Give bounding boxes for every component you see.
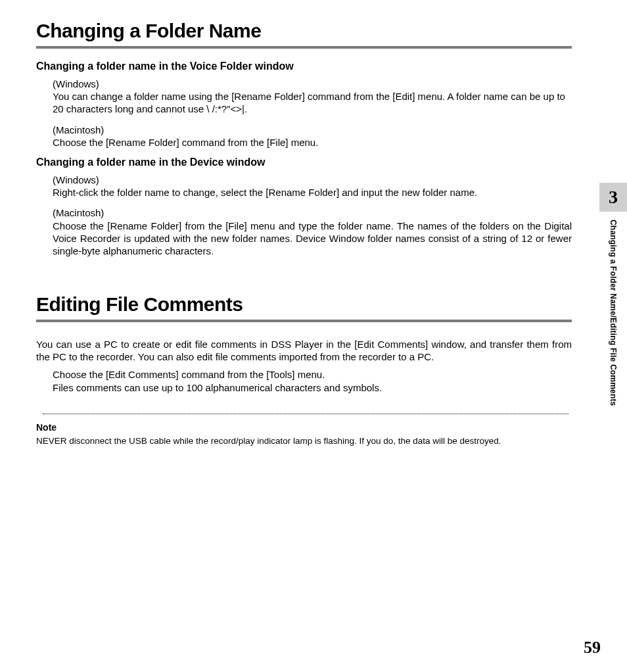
editing-intro: You can use a PC to create or edit file … — [36, 338, 572, 363]
para-text: Choose the [Rename Folder] command from … — [53, 137, 318, 148]
page-number: 59 — [584, 638, 601, 658]
os-label-mac-1: (Macintosh) — [53, 124, 572, 136]
chapter-number: 3 — [609, 187, 618, 208]
subhead-device-window: Changing a folder name in the Device win… — [36, 156, 572, 168]
note-text: NEVER disconnect the USB cable while the… — [36, 435, 572, 447]
dotted-separator — [43, 414, 569, 414]
para-text: Right-click the folder name to change, s… — [53, 187, 477, 198]
para-text: Choose the [Rename Folder] from the [Fil… — [53, 220, 394, 231]
editing-line-1: Choose the [Edit Comments] command from … — [53, 368, 572, 381]
side-tab: 3 Changing a Folder Name/Editing File Co… — [599, 183, 627, 406]
para-text: You can change a folder name using the [… — [53, 91, 565, 114]
para-mac-voice: (Macintosh) Choose the [Rename Folder] c… — [53, 124, 572, 149]
chapter-number-box: 3 — [599, 183, 627, 212]
editing-steps: Choose the [Edit Comments] command from … — [53, 368, 572, 393]
os-label-windows-2: (Windows) — [53, 174, 572, 186]
title-rule-2 — [36, 320, 572, 322]
os-label-mac-2: (Macintosh) — [53, 206, 572, 219]
section-title-2: Editing File Comments — [36, 293, 572, 316]
note-label: Note — [36, 422, 572, 433]
os-label-windows-1: (Windows) — [53, 78, 572, 90]
editing-line-2: Files comments can use up to 100 alphanu… — [53, 381, 572, 394]
section-title-1: Changing a Folder Name — [36, 20, 572, 42]
para-windows-voice: (Windows) You can change a folder name u… — [53, 78, 572, 116]
para-mac-device: (Macintosh) Choose the [Rename Folder] f… — [53, 206, 572, 257]
title-rule-1 — [36, 46, 572, 49]
running-head: Changing a Folder Name/Editing File Comm… — [609, 220, 618, 406]
subhead-voice-folder: Changing a folder name in the Voice Fold… — [36, 60, 572, 72]
para-windows-device: (Windows) Right-click the folder name to… — [53, 174, 572, 199]
